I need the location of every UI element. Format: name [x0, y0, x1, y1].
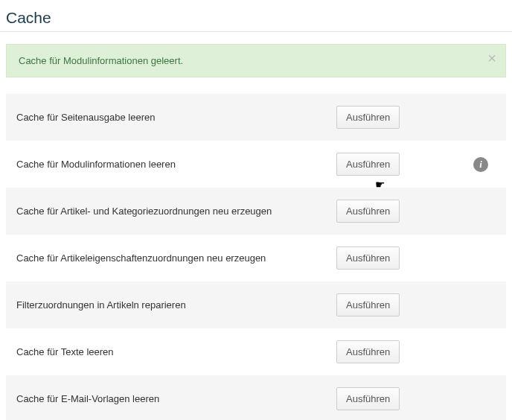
page-title: Cache	[6, 9, 512, 27]
row-label: Cache für E-Mail-Vorlagen leeren	[16, 393, 336, 404]
row-label: Cache für Texte leeren	[16, 346, 336, 357]
execute-button[interactable]: Ausführen	[336, 387, 400, 410]
row-text-cache: Cache für Texte leeren Ausführen	[6, 328, 506, 375]
row-filter-assignments: Filterzuordnungen in Artikeln reparieren…	[6, 281, 506, 328]
alert-message: Cache für Modulinformationen geleert.	[19, 55, 183, 66]
row-label: Filterzuordnungen in Artikeln reparieren	[16, 299, 336, 311]
success-alert: Cache für Modulinformationen geleert. ×	[6, 44, 506, 77]
row-article-properties-cache: Cache für Artikeleigenschaftenzuordnunge…	[6, 235, 506, 281]
row-article-category-cache: Cache für Artikel- und Kategoriezuordnun…	[6, 188, 506, 235]
close-icon[interactable]: ×	[487, 51, 496, 66]
row-label: Cache für Modulinformationen leeren	[16, 159, 336, 170]
cache-action-list: Cache für Seitenausgabe leeren Ausführen…	[6, 94, 506, 420]
execute-button[interactable]: Ausführen	[336, 293, 400, 316]
row-page-output-cache: Cache für Seitenausgabe leeren Ausführen	[6, 94, 506, 141]
row-label: Cache für Artikeleigenschaftenzuordnunge…	[16, 252, 336, 264]
info-icon[interactable]: i	[473, 157, 488, 172]
row-label: Cache für Artikel- und Kategoriezuordnun…	[16, 206, 336, 217]
execute-button[interactable]: Ausführen	[336, 153, 400, 176]
execute-button[interactable]: Ausführen	[336, 340, 400, 363]
execute-button[interactable]: Ausführen	[336, 106, 400, 129]
row-module-info-cache: Cache für Modulinformationen leeren Ausf…	[6, 141, 506, 188]
row-email-templates-cache: Cache für E-Mail-Vorlagen leeren Ausführ…	[6, 375, 506, 420]
divider	[0, 31, 512, 32]
execute-button[interactable]: Ausführen	[336, 246, 400, 270]
execute-button[interactable]: Ausführen	[336, 200, 400, 223]
row-label: Cache für Seitenausgabe leeren	[16, 112, 336, 123]
